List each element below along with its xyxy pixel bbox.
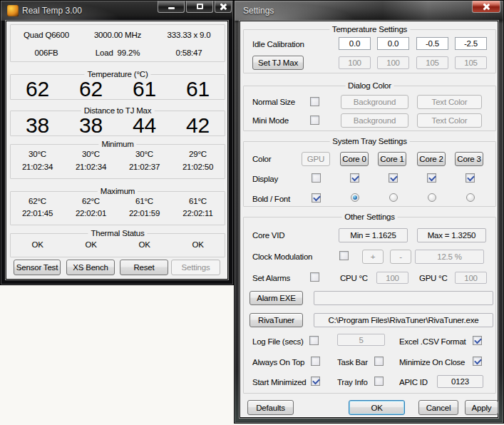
tj-max-core3-field: 105 xyxy=(455,56,487,69)
core3-color-button[interactable]: Core 3 xyxy=(455,152,483,166)
alarm-exe-path-field[interactable] xyxy=(314,291,493,305)
minimize-button[interactable] xyxy=(158,1,185,13)
settings-caption-buttons xyxy=(470,1,500,13)
core1-distance: 38 xyxy=(64,113,118,138)
bold-font-checkbox[interactable] xyxy=(312,193,321,203)
core0-min-time: 21:02:34 xyxy=(11,163,64,172)
clock-modulation-value-field: 12.5 % xyxy=(415,250,484,264)
always-on-top-checkbox[interactable] xyxy=(311,357,320,366)
core0-thermal-status: OK xyxy=(11,240,64,250)
apply-button[interactable]: Apply xyxy=(465,400,498,415)
distance-group: Distance to TJ Max 38 38 44 42 xyxy=(10,111,225,136)
rivatuner-path-field[interactable]: C:\Program Files\RivaTuner\RivaTuner.exe xyxy=(314,313,493,327)
display-gpu-checkbox[interactable] xyxy=(312,173,321,183)
font-core1-radio[interactable] xyxy=(389,193,398,202)
realtemp-window: Real Temp 3.00 Quad Q6600 3000.00 MHz 33… xyxy=(0,0,234,285)
task-bar-checkbox[interactable] xyxy=(374,357,384,366)
core2-distance: 44 xyxy=(118,113,171,138)
core3-temperature: 61 xyxy=(171,77,225,101)
idle-calibration-core3-input[interactable]: -2.5 xyxy=(455,37,487,50)
cpu-fsb-multiplier: 333.33 x 9.0 xyxy=(153,31,225,40)
idle-calibration-core1-input[interactable]: 0.0 xyxy=(377,37,409,50)
core1-color-button[interactable]: Core 1 xyxy=(378,152,406,166)
defaults-button[interactable]: Defaults xyxy=(247,400,294,415)
display-core3-checkbox[interactable] xyxy=(466,173,475,183)
settings-body: Temperature Settings Idle Calibration 0.… xyxy=(240,21,498,418)
minimize-on-close-checkbox[interactable] xyxy=(473,357,482,366)
gpu-alarm-label: GPU °C xyxy=(419,273,448,283)
settings-titlebar: Settings xyxy=(235,1,503,21)
cpu-load: Load 99.2% xyxy=(82,48,153,58)
core2-color-button[interactable]: Core 2 xyxy=(417,152,446,166)
other-settings-label: Other Settings xyxy=(341,212,398,222)
set-alarms-checkbox[interactable] xyxy=(310,272,319,282)
maximize-button[interactable] xyxy=(186,1,213,13)
minimum-group-label: Minimum xyxy=(98,140,136,149)
rivatuner-button[interactable]: RivaTuner xyxy=(250,313,303,327)
cpu-name: Quad Q6600 xyxy=(11,31,82,40)
mini-background-button: Background xyxy=(341,113,408,128)
start-minimized-label: Start Minimized xyxy=(252,377,307,387)
reset-button[interactable]: Reset xyxy=(120,260,168,275)
tray-info-checkbox[interactable] xyxy=(374,377,384,386)
display-core2-checkbox[interactable] xyxy=(427,173,436,183)
close-icon xyxy=(220,4,227,10)
core0-color-button[interactable]: Core 0 xyxy=(340,152,369,166)
tj-max-core2-field: 105 xyxy=(416,56,448,69)
maximum-group-label: Maximum xyxy=(98,187,138,196)
normal-background-button: Background xyxy=(341,95,408,109)
alarm-exe-button[interactable]: Alarm EXE xyxy=(250,291,303,305)
dialog-color-group: Dialog Color Normal Size Background Text… xyxy=(243,86,496,131)
minimize-icon xyxy=(168,7,175,9)
core1-min-time: 21:02:34 xyxy=(64,163,118,172)
log-file-label: Log File (secs) xyxy=(252,337,304,347)
core0-min-temp: 30°C xyxy=(11,150,64,159)
core2-min-temp: 30°C xyxy=(118,150,171,159)
idle-calibration-core2-input[interactable]: -0.5 xyxy=(416,37,448,50)
settings-title: Settings xyxy=(243,6,274,16)
mini-mode-label: Mini Mode xyxy=(252,116,289,126)
cpu-alarm-label: CPU °C xyxy=(340,273,368,283)
display-core1-checkbox[interactable] xyxy=(389,173,398,183)
log-file-checkbox[interactable] xyxy=(309,336,319,345)
settings-close-button[interactable] xyxy=(472,1,500,13)
csv-format-label: Excel .CSV Format xyxy=(399,337,466,347)
set-tj-max-button[interactable]: Set TJ Max xyxy=(252,56,304,70)
font-core2-radio[interactable] xyxy=(428,193,436,202)
idle-calibration-core0-input[interactable]: 0.0 xyxy=(339,37,371,50)
set-alarms-label: Set Alarms xyxy=(252,273,290,283)
csv-format-checkbox[interactable] xyxy=(473,336,482,345)
start-minimized-checkbox[interactable] xyxy=(311,377,320,386)
core0-temperature: 62 xyxy=(11,77,64,101)
core2-temperature: 61 xyxy=(118,77,171,101)
settings-window: Settings Temperature Settings Idle Calib… xyxy=(234,0,504,424)
core2-thermal-status: OK xyxy=(118,240,171,250)
core2-min-time: 21:02:37 xyxy=(118,163,171,172)
maximum-group: Maximum 62°C 62°C 61°C 61°C 22:01:45 22:… xyxy=(10,191,225,225)
font-core3-radio[interactable] xyxy=(466,193,475,202)
temperature-group: Temperature (°C) 62 62 61 61 xyxy=(10,74,225,100)
clock-modulation-checkbox[interactable] xyxy=(339,251,349,260)
cancel-button[interactable]: Cancel xyxy=(418,400,458,415)
core3-max-temp: 61°C xyxy=(171,197,225,206)
display-core0-checkbox[interactable] xyxy=(350,173,359,183)
font-core0-radio[interactable] xyxy=(351,193,359,202)
normal-size-checkbox[interactable] xyxy=(310,97,319,106)
xs-bench-button[interactable]: XS Bench xyxy=(66,260,115,275)
sensor-test-button[interactable]: Sensor Test xyxy=(14,260,61,275)
apic-id-field[interactable]: 0123 xyxy=(437,375,483,388)
mini-mode-checkbox[interactable] xyxy=(310,116,319,125)
maximize-icon xyxy=(197,4,203,9)
core3-max-time: 22:02:11 xyxy=(171,209,225,218)
realtemp-title: Real Temp 3.00 xyxy=(22,6,82,16)
core0-max-temp: 62°C xyxy=(11,197,64,206)
core1-temperature: 62 xyxy=(64,77,118,101)
normal-text-color-button: Text Color xyxy=(417,95,482,109)
ok-button[interactable]: OK xyxy=(349,400,405,415)
core1-min-temp: 30°C xyxy=(64,150,118,159)
realtemp-close-button[interactable] xyxy=(215,1,232,13)
cpu-speed: 3000.00 MHz xyxy=(82,31,153,40)
realtemp-caption-buttons xyxy=(156,1,232,13)
cpu-alarm-field: 100 xyxy=(376,272,408,284)
always-on-top-label: Always On Top xyxy=(252,357,304,367)
